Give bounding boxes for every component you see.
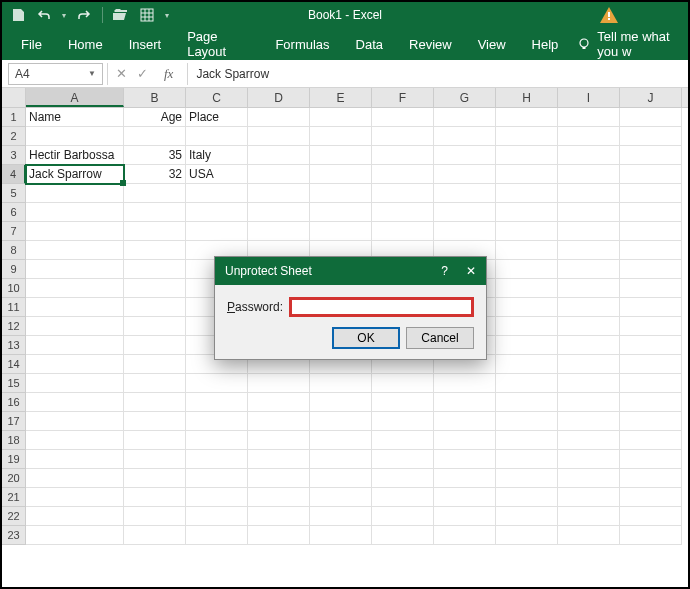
fill-handle[interactable] xyxy=(120,180,126,186)
row-header[interactable]: 8 xyxy=(2,241,26,260)
cell[interactable] xyxy=(434,222,496,241)
cell[interactable] xyxy=(434,469,496,488)
cell[interactable] xyxy=(310,108,372,127)
undo-icon[interactable] xyxy=(36,7,52,23)
cell[interactable] xyxy=(248,469,310,488)
cell[interactable] xyxy=(124,488,186,507)
cell[interactable] xyxy=(248,127,310,146)
cell[interactable] xyxy=(496,431,558,450)
cell[interactable] xyxy=(310,165,372,184)
cell[interactable] xyxy=(372,412,434,431)
cell[interactable] xyxy=(434,507,496,526)
cell[interactable]: 35 xyxy=(124,146,186,165)
cell[interactable] xyxy=(310,203,372,222)
cell[interactable] xyxy=(124,317,186,336)
cell[interactable] xyxy=(434,108,496,127)
cell[interactable] xyxy=(372,108,434,127)
cell[interactable] xyxy=(496,526,558,545)
row-header[interactable]: 4 xyxy=(2,165,26,184)
tab-formulas[interactable]: Formulas xyxy=(262,28,342,60)
cell[interactable] xyxy=(620,260,682,279)
cell[interactable]: Place xyxy=(186,108,248,127)
row-header[interactable]: 15 xyxy=(2,374,26,393)
cell[interactable] xyxy=(620,127,682,146)
cell[interactable] xyxy=(496,507,558,526)
save-icon[interactable] xyxy=(10,7,26,23)
cell[interactable] xyxy=(26,488,124,507)
tab-page-layout[interactable]: Page Layout xyxy=(174,28,262,60)
cell[interactable] xyxy=(124,222,186,241)
enter-formula-icon[interactable]: ✓ xyxy=(137,66,148,81)
cell[interactable] xyxy=(558,317,620,336)
cell[interactable] xyxy=(310,431,372,450)
cell[interactable] xyxy=(124,374,186,393)
redo-icon[interactable] xyxy=(76,7,92,23)
cell[interactable] xyxy=(124,355,186,374)
cell[interactable] xyxy=(186,507,248,526)
row-header[interactable]: 19 xyxy=(2,450,26,469)
cell[interactable] xyxy=(186,393,248,412)
fx-icon[interactable]: fx xyxy=(164,66,173,82)
cell[interactable] xyxy=(310,450,372,469)
cell[interactable] xyxy=(372,507,434,526)
row-header[interactable]: 20 xyxy=(2,469,26,488)
cell[interactable] xyxy=(310,488,372,507)
cell[interactable] xyxy=(310,222,372,241)
cell[interactable] xyxy=(124,450,186,469)
row-header[interactable]: 11 xyxy=(2,298,26,317)
cell[interactable] xyxy=(496,317,558,336)
cell[interactable] xyxy=(496,412,558,431)
cell[interactable] xyxy=(620,203,682,222)
formula-bar[interactable]: Jack Sparrow xyxy=(188,67,688,81)
cell[interactable] xyxy=(310,469,372,488)
row-header[interactable]: 5 xyxy=(2,184,26,203)
cell[interactable] xyxy=(248,450,310,469)
cell[interactable] xyxy=(248,526,310,545)
cell[interactable] xyxy=(496,260,558,279)
row-header[interactable]: 18 xyxy=(2,431,26,450)
cell[interactable] xyxy=(186,431,248,450)
cancel-formula-icon[interactable]: ✕ xyxy=(116,66,127,81)
cell[interactable] xyxy=(26,127,124,146)
cell[interactable] xyxy=(620,507,682,526)
cell[interactable] xyxy=(434,165,496,184)
cell[interactable] xyxy=(496,146,558,165)
cell[interactable] xyxy=(434,184,496,203)
cell[interactable] xyxy=(310,374,372,393)
cell[interactable] xyxy=(248,374,310,393)
dialog-title-bar[interactable]: Unprotect Sheet ? ✕ xyxy=(215,257,486,285)
cell[interactable] xyxy=(496,336,558,355)
cell[interactable] xyxy=(620,146,682,165)
cell[interactable] xyxy=(248,222,310,241)
cell[interactable] xyxy=(26,222,124,241)
cell[interactable] xyxy=(372,184,434,203)
cell[interactable] xyxy=(372,526,434,545)
cell[interactable] xyxy=(310,146,372,165)
cell[interactable] xyxy=(558,374,620,393)
cell[interactable] xyxy=(248,488,310,507)
dialog-help-icon[interactable]: ? xyxy=(441,264,448,278)
cell[interactable] xyxy=(310,412,372,431)
column-header[interactable]: E xyxy=(310,88,372,107)
cell[interactable] xyxy=(26,469,124,488)
cell[interactable] xyxy=(372,469,434,488)
cell[interactable] xyxy=(124,127,186,146)
cell[interactable] xyxy=(558,260,620,279)
select-all-corner[interactable] xyxy=(2,88,26,107)
cell[interactable] xyxy=(496,374,558,393)
cell[interactable] xyxy=(186,203,248,222)
cell[interactable] xyxy=(434,450,496,469)
column-header[interactable]: F xyxy=(372,88,434,107)
column-header[interactable]: I xyxy=(558,88,620,107)
cell[interactable] xyxy=(558,507,620,526)
cell[interactable] xyxy=(26,507,124,526)
column-header[interactable]: D xyxy=(248,88,310,107)
cell[interactable]: Jack Sparrow xyxy=(26,165,124,184)
tab-help[interactable]: Help xyxy=(519,28,572,60)
cell[interactable] xyxy=(124,336,186,355)
open-icon[interactable] xyxy=(113,7,129,23)
cell[interactable] xyxy=(434,374,496,393)
cell[interactable] xyxy=(496,222,558,241)
cell[interactable] xyxy=(496,108,558,127)
cell[interactable] xyxy=(496,241,558,260)
